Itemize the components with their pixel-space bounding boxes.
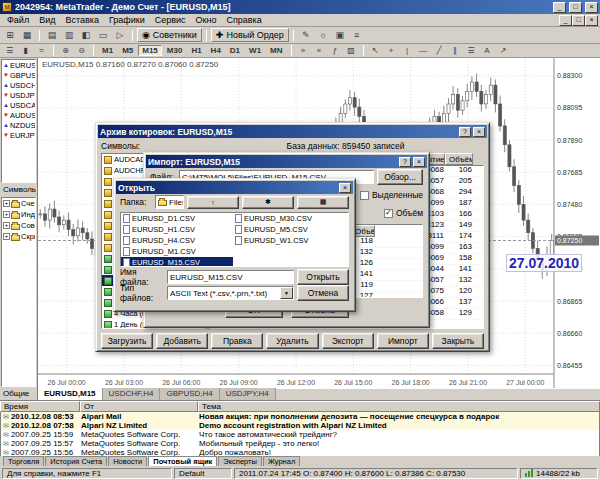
profiles-icon[interactable]: ▦ (19, 28, 35, 42)
bars-chart-icon[interactable]: ☰ (2, 45, 17, 57)
market-watch-symbol[interactable]: ▼AUDUSD (2, 110, 35, 120)
terminal-icon[interactable]: ▭ (95, 28, 111, 42)
crosshair-icon[interactable]: + (384, 45, 399, 57)
full-screen-icon[interactable]: ▣ (332, 28, 348, 42)
file-item[interactable]: EURUSD_H4.CSV (121, 235, 233, 246)
market-watch-symbol[interactable]: ▲USDCAD (2, 100, 35, 110)
menu-item[interactable]: Графики (104, 14, 150, 27)
view-list-button[interactable]: ▦ (297, 196, 349, 209)
market-watch-icon[interactable]: ▤ (44, 28, 60, 42)
import-titlebar[interactable]: Импорт: EURUSD,M15 ? × (146, 155, 427, 168)
navigator-item[interactable]: +Индикаторы (2, 209, 35, 220)
file-item[interactable]: EURUSD_D1.CSV (121, 213, 233, 224)
volume-checkbox[interactable] (384, 209, 393, 218)
cursor-icon[interactable]: ↖ (368, 45, 383, 57)
horizontal-line-icon[interactable]: — (416, 45, 431, 57)
minimize-button[interactable]: _ (553, 2, 566, 13)
history-action-button[interactable]: Удалить (266, 333, 318, 349)
file-item[interactable]: EURUSD_M30.CSV (233, 213, 345, 224)
file-item[interactable]: EURUSD_M1.CSV (121, 246, 233, 257)
text-label-icon[interactable]: A (480, 45, 495, 57)
market-watch-symbol[interactable]: ▲EURUSD (2, 60, 35, 70)
timeframe-m15[interactable]: M15 (138, 45, 162, 56)
history-action-button[interactable]: Загрузить (101, 333, 153, 349)
timeframe-m30[interactable]: M30 (163, 45, 187, 56)
expand-icon[interactable]: + (3, 233, 10, 240)
trendline-icon[interactable]: ╱ (432, 45, 447, 57)
chart-shift-icon[interactable]: « (312, 45, 327, 57)
filename-input[interactable] (167, 270, 294, 284)
timeframe-h1[interactable]: H1 (187, 45, 205, 56)
selected-checkbox[interactable] (360, 191, 369, 200)
options-icon[interactable]: ☼ (315, 28, 331, 42)
menu-item[interactable]: Справка (221, 14, 266, 27)
menu-item[interactable]: Сервис (150, 14, 191, 27)
navigator-icon[interactable]: ◧ (78, 28, 94, 42)
market-watch-tab[interactable]: Символы (1, 183, 36, 195)
terminal-tab[interactable]: Новости (108, 456, 147, 466)
dialog-close-button[interactable]: × (339, 183, 351, 193)
mail-row[interactable]: ✉2010.12.08 08:53Alpari MailНовая акция:… (1, 412, 599, 421)
terminal-tab[interactable]: Журнал (263, 456, 300, 466)
child-restore-button[interactable]: □ (572, 15, 585, 26)
expand-icon[interactable]: + (3, 200, 10, 207)
data-window-icon[interactable]: ▥ (61, 28, 77, 42)
history-action-button[interactable]: Правка (211, 333, 263, 349)
dialog-close-button[interactable]: × (473, 127, 485, 137)
open-titlebar[interactable]: Открыть × (116, 181, 353, 194)
timeframe-mn[interactable]: MN (266, 45, 286, 56)
indicators-icon[interactable]: ƒ (328, 45, 343, 57)
new-chart-icon[interactable]: ⊞ (2, 28, 18, 42)
timeframe-w1[interactable]: W1 (245, 45, 265, 56)
file-item[interactable]: EURUSD_M15.CSV (121, 257, 233, 267)
dialog-close-button[interactable]: × (413, 157, 425, 167)
navigator-item[interactable]: +Советники (2, 220, 35, 231)
chart-tab[interactable]: USDCHF,H4 (103, 388, 161, 400)
folder-combo[interactable]: Files ▼ (155, 195, 184, 209)
chart-tab[interactable]: GBPUSD,H4 (160, 388, 219, 400)
auto-scroll-icon[interactable]: » (296, 45, 311, 57)
arrow-tool-icon[interactable]: ↗ (496, 45, 511, 57)
templates-icon[interactable]: ▨ (344, 45, 359, 57)
new-folder-button[interactable]: ✱ (242, 196, 294, 209)
line-chart-icon[interactable]: ≈ (34, 45, 49, 57)
terminal-tab[interactable]: Почтовый ящик (148, 456, 217, 466)
cancel-button[interactable]: Отмена (297, 285, 349, 301)
menu-item[interactable]: Вставка (60, 14, 103, 27)
status-profile[interactable]: Default (174, 468, 232, 479)
experts-button[interactable]: ◉Советники (137, 28, 202, 42)
history-center-titlebar[interactable]: Архив котировок: EURUSD,M15 ? × (98, 125, 487, 138)
terminal-tab[interactable]: Эксперты (218, 456, 262, 466)
menu-item[interactable]: Файл (2, 14, 34, 27)
fibonacci-icon[interactable]: ☰ (464, 45, 479, 57)
zoom-in-icon[interactable]: ⊕ (58, 45, 73, 57)
close-button[interactable]: × (585, 2, 598, 13)
help-button[interactable]: ? (459, 127, 471, 137)
market-watch-symbol[interactable]: ▼EURJPY (2, 130, 35, 140)
timeframe-m1[interactable]: M1 (98, 45, 117, 56)
history-action-button[interactable]: Добавить (156, 333, 208, 349)
history-action-button[interactable]: Экспорт (322, 333, 374, 349)
timeframe-h4[interactable]: H4 (207, 45, 225, 56)
menu-item[interactable]: Вид (34, 14, 60, 27)
filetype-combo[interactable]: ASCII Text (*.csv,*.prn,*.txt) ▼ (167, 286, 294, 300)
history-action-button[interactable]: Закрыть (432, 333, 484, 349)
child-minimize-button[interactable]: _ (559, 15, 572, 26)
open-button[interactable]: Открыть (297, 269, 349, 285)
help-button[interactable]: ? (399, 157, 411, 167)
zoom-out-icon[interactable]: ⊖ (74, 45, 89, 57)
title-bar[interactable]: M 2042954: MetaTrader - Демо Счет - [EUR… (0, 0, 600, 14)
file-item[interactable]: EURUSD_W1.CSV (233, 235, 345, 246)
candles-chart-icon[interactable]: ▮ (18, 45, 33, 57)
expand-icon[interactable]: + (3, 222, 10, 229)
mail-row[interactable]: ✉2007.09.25 15:56MetaQuotes Software Cor… (1, 448, 599, 456)
file-item[interactable]: EURUSD_M5.CSV (233, 224, 345, 235)
history-action-button[interactable]: Импорт (377, 333, 429, 349)
mail-row[interactable]: ✉2010.12.08 07:58Alpari NZ LimitedDemo a… (1, 421, 599, 430)
mail-row[interactable]: ✉2007.09.25 15:57MetaQuotes Software Cor… (1, 439, 599, 448)
browse-button[interactable]: Обзор... (377, 169, 423, 185)
navigator-item[interactable]: +Счета (2, 198, 35, 209)
market-watch-symbol[interactable]: ▼GBPUSD (2, 70, 35, 80)
timeframe-d1[interactable]: D1 (226, 45, 244, 56)
terminal-tab[interactable]: Торговля (3, 456, 44, 466)
